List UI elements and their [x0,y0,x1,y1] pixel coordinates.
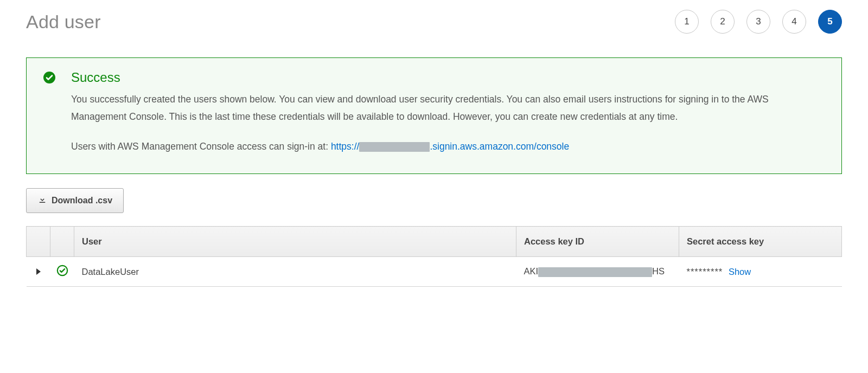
col-user: User [74,227,516,257]
cell-secret-access-key: ********* Show [679,257,842,287]
step-1[interactable]: 1 [675,10,699,34]
expand-row-icon[interactable] [36,268,41,275]
cell-user: DataLakeUser [74,257,516,287]
success-icon [43,71,56,155]
signin-url-suffix: .signin.aws.amazon.com/console [430,141,569,152]
table-row: DataLakeUser AKIHS ********* Show [27,257,842,287]
stepper: 1 2 3 4 5 [675,10,842,34]
col-expand [27,227,50,257]
step-5[interactable]: 5 [818,10,842,34]
success-alert: Success You successfully created the use… [26,57,842,174]
download-csv-button[interactable]: Download .csv [26,188,124,213]
row-success-icon [56,268,68,278]
page-title: Add user [26,11,101,33]
cell-access-key-id: AKIHS [516,257,679,287]
alert-signin-line: Users with AWS Management Console access… [71,138,825,155]
access-key-suffix: HS [652,266,665,276]
alert-signin-prefix: Users with AWS Management Console access… [71,141,331,152]
signin-url-redacted [359,142,430,152]
secret-mask: ********* [687,267,723,276]
show-secret-link[interactable]: Show [729,267,751,276]
col-access-key-id: Access key ID [516,227,679,257]
step-2[interactable]: 2 [711,10,735,34]
access-key-prefix: AKI [524,266,539,276]
download-icon [37,195,47,207]
step-3[interactable]: 3 [746,10,770,34]
alert-body-text: You successfully created the users shown… [71,91,825,126]
signin-url-link[interactable]: https://.signin.aws.amazon.com/console [331,141,569,152]
alert-title: Success [71,70,825,85]
access-key-redacted [538,267,652,277]
signin-url-scheme: https:// [331,141,360,152]
users-table: User Access key ID Secret access key Dat… [26,226,842,287]
col-secret-access-key: Secret access key [679,227,842,257]
download-csv-label: Download .csv [52,196,112,205]
col-status [50,227,74,257]
step-4[interactable]: 4 [782,10,806,34]
